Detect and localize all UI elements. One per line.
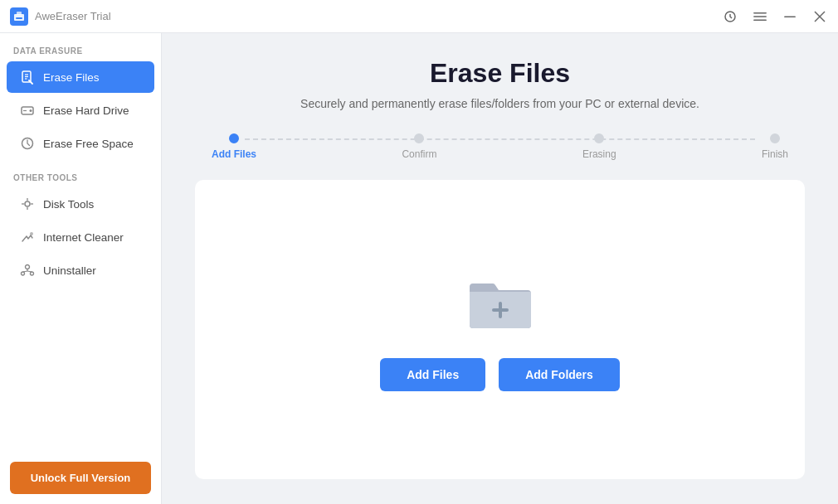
window-controls — [722, 8, 828, 25]
sidebar-item-erase-files-label: Erase Files — [43, 71, 100, 84]
step-finish-label: Finish — [762, 148, 788, 160]
add-files-button[interactable]: Add Files — [380, 358, 485, 391]
svg-rect-7 — [753, 19, 767, 21]
sidebar-item-erase-hard-drive[interactable]: Erase Hard Drive — [7, 94, 154, 126]
disk-tools-icon — [20, 196, 35, 211]
main-content: Erase Files Securely and permanently era… — [162, 33, 838, 504]
sidebar-item-erase-free-space[interactable]: Erase Free Space — [7, 128, 154, 159]
sidebar-item-erase-free-space-label: Erase Free Space — [43, 138, 134, 150]
app-name-main: AweEraser — [35, 10, 87, 22]
svg-rect-6 — [753, 16, 767, 17]
sidebar-item-erase-hard-drive-label: Erase Hard Drive — [43, 104, 129, 117]
svg-rect-3 — [16, 17, 22, 19]
sidebar-item-erase-files[interactable]: Erase Files — [7, 61, 154, 93]
step-erasing-dot — [594, 133, 604, 143]
steps-line — [245, 138, 755, 140]
svg-rect-5 — [753, 12, 767, 14]
sidebar-item-internet-cleaner-label: Internet Cleaner — [43, 231, 124, 244]
svg-line-30 — [27, 271, 32, 272]
minimize-button[interactable] — [782, 8, 798, 25]
step-add-files-label: Add Files — [212, 148, 256, 160]
svg-point-26 — [26, 265, 30, 269]
app-logo — [10, 7, 28, 26]
drop-zone: Add Files Add Folders — [195, 180, 805, 479]
sidebar-item-uninstaller[interactable]: Uninstaller — [7, 254, 154, 286]
svg-point-17 — [30, 109, 32, 112]
svg-point-20 — [25, 201, 30, 206]
svg-point-25 — [30, 232, 33, 235]
app-name-suffix: Trial — [87, 10, 110, 22]
titlebar: AweEraser Trial — [0, 0, 838, 33]
step-finish: Finish — [762, 133, 788, 160]
folder-icon-wrapper — [463, 269, 538, 335]
svg-point-27 — [31, 272, 34, 275]
page-title: Erase Files — [195, 58, 805, 89]
unlock-button[interactable]: Unlock Full Version — [10, 462, 151, 494]
history-button[interactable] — [722, 8, 738, 25]
internet-cleaner-icon — [20, 230, 35, 245]
step-confirm: Confirm — [402, 133, 436, 160]
step-confirm-dot — [414, 133, 424, 143]
close-button[interactable] — [811, 8, 828, 25]
step-add-files-dot — [229, 133, 239, 143]
sidebar-section-data-erasure: DATA ERASURE — [0, 33, 161, 61]
step-finish-dot — [770, 133, 780, 143]
erase-files-icon — [20, 70, 35, 85]
step-erasing: Erasing — [582, 133, 616, 160]
step-erasing-label: Erasing — [582, 148, 616, 160]
folder-icon — [463, 269, 538, 335]
erase-free-space-icon — [20, 136, 35, 151]
sidebar: DATA ERASURE Erase Files — [0, 33, 162, 504]
step-add-files: Add Files — [212, 133, 256, 160]
uninstaller-icon — [20, 263, 35, 278]
menu-button[interactable] — [752, 8, 768, 25]
step-confirm-label: Confirm — [402, 148, 436, 160]
action-buttons: Add Files Add Folders — [380, 358, 620, 391]
add-folders-button[interactable]: Add Folders — [499, 358, 620, 391]
page-subtitle: Securely and permanently erase files/fol… — [195, 97, 805, 110]
app-title: AweEraser Trial — [35, 10, 111, 22]
sidebar-item-disk-tools[interactable]: Disk Tools — [7, 188, 154, 220]
app-body: DATA ERASURE Erase Files — [0, 33, 838, 504]
svg-point-28 — [22, 272, 25, 275]
svg-rect-8 — [784, 16, 796, 17]
svg-line-31 — [23, 271, 28, 272]
sidebar-item-disk-tools-label: Disk Tools — [43, 198, 94, 211]
steps-progress: Add Files Confirm Erasing Finish — [195, 133, 805, 160]
sidebar-item-uninstaller-label: Uninstaller — [43, 264, 96, 277]
erase-hard-drive-icon — [20, 103, 35, 118]
sidebar-item-internet-cleaner[interactable]: Internet Cleaner — [7, 221, 154, 253]
sidebar-section-other-tools: OTHER TOOLS — [0, 160, 161, 187]
svg-rect-2 — [17, 12, 22, 15]
